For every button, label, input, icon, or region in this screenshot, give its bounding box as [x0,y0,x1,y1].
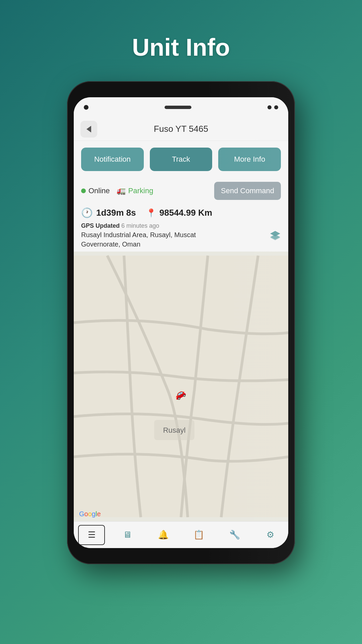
send-command-button[interactable]: Send Command [214,182,281,200]
distance-value: 98544.99 Km [160,208,213,218]
notch-bar [74,97,288,117]
gps-address: Rusayl Industrial Area, Rusayl, Muscat G… [81,230,281,249]
app-header: Fuso YT 5465 [74,117,288,141]
duration-value: 1d39m 8s [96,208,136,218]
sensor-dot-2 [274,105,278,109]
screen: Fuso YT 5465 Notification Track More Inf… [74,97,288,548]
svg-text:Rusayl: Rusayl [163,426,185,434]
parking-label: Parking [128,186,154,195]
nav-item-monitor[interactable]: 🖥 [114,525,141,545]
clipboard-icon: 📋 [193,530,204,540]
gps-updated-line: GPS Updated 6 minutes ago [81,222,281,229]
page-title: Unit Info [132,34,230,61]
back-arrow-icon [86,126,91,132]
status-row: Online 🚛 Parking Send Command [74,178,288,204]
clock-icon: 🕐 [81,207,93,218]
svg-marker-2 [270,235,280,240]
google-logo: Google [79,510,101,518]
gear-icon: ⚙ [266,530,274,540]
info-row: 🕐 1d39m 8s 📍 98544.99 Km [74,204,288,221]
status-left: Online 🚛 Parking [81,186,153,195]
parking-indicator: 🚛 Parking [117,186,154,195]
menu-icon: ☰ [88,530,96,540]
map-svg: Rusayl 🚗 [74,252,288,521]
duration-info: 🕐 1d39m 8s [81,207,136,218]
bottom-nav: ☰ 🖥 🔔 📋 🔧 ⚙ [74,521,288,548]
back-button[interactable] [80,121,97,138]
bell-icon: 🔔 [158,530,169,540]
monitor-icon: 🖥 [123,530,132,540]
header-title: Fuso YT 5465 [154,124,208,134]
notification-button[interactable]: Notification [81,148,144,171]
nav-item-notifications[interactable]: 🔔 [150,525,177,545]
online-label: Online [88,186,110,195]
front-camera [84,105,88,110]
nav-item-settings[interactable]: ⚙ [257,525,284,545]
distance-icon: 📍 [146,208,156,218]
nav-item-tools[interactable]: 🔧 [221,525,248,545]
wrench-icon: 🔧 [229,530,240,540]
sensor-dot [267,105,272,109]
online-indicator: Online [81,186,110,195]
nav-item-menu[interactable]: ☰ [78,525,105,545]
track-button[interactable]: Track [150,148,213,171]
action-buttons-row: Notification Track More Info [74,141,288,178]
phone-shell: Fuso YT 5465 Notification Track More Inf… [67,81,295,564]
layers-icon[interactable] [269,229,281,243]
more-info-button[interactable]: More Info [218,148,281,171]
sensors [267,105,278,109]
map-area[interactable]: Rusayl 🚗 Google [74,252,288,521]
gps-info-section: GPS Updated 6 minutes ago Rusayl Industr… [74,221,288,252]
truck-icon: 🚛 [117,186,126,195]
nav-item-reports[interactable]: 📋 [185,525,212,545]
speaker [165,106,191,109]
distance-info: 📍 98544.99 Km [146,208,213,218]
online-dot [81,189,86,193]
